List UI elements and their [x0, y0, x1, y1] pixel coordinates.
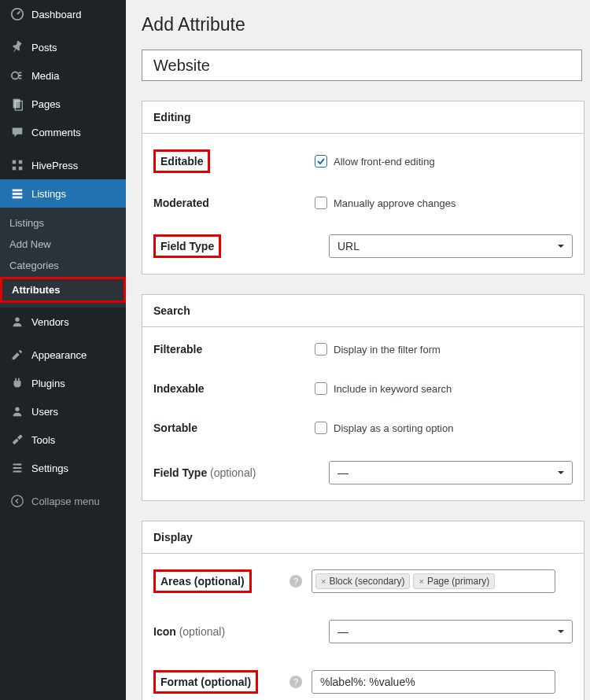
row-indexable: Indexable Include in keyword search: [142, 371, 584, 411]
pin-icon: [9, 39, 25, 55]
sidebar-label: Plugins: [31, 378, 65, 389]
sidebar-label: Users: [31, 406, 58, 418]
checkbox-label: Manually approve changes: [334, 197, 455, 209]
label-filterable: Filterable: [153, 343, 315, 356]
remove-icon[interactable]: ×: [321, 577, 326, 586]
appearance-icon: [9, 347, 25, 363]
checkbox-indexable[interactable]: [315, 382, 327, 395]
select-fieldtype[interactable]: URL: [329, 234, 573, 258]
row-areas: Areas (optional) ? ×Block (secondary) ×P…: [142, 554, 584, 609]
select-icon[interactable]: —: [329, 620, 573, 643]
tag-page[interactable]: ×Page (primary): [413, 573, 495, 589]
checkbox-label: Display as a sorting option: [334, 422, 453, 434]
users-icon: [9, 403, 25, 419]
svg-rect-10: [13, 197, 23, 199]
select-value: —: [337, 625, 348, 638]
row-icon: Icon (optional) —: [142, 609, 584, 659]
select-value: —: [337, 466, 348, 479]
svg-point-16: [12, 496, 23, 507]
areas-tags-input[interactable]: ×Block (secondary) ×Page (primary): [312, 569, 555, 593]
svg-rect-6: [13, 167, 17, 171]
svg-rect-7: [19, 167, 23, 171]
checkbox-moderated[interactable]: [315, 197, 327, 209]
row-search-fieldtype: Field Type (optional) —: [142, 450, 584, 500]
svg-point-13: [18, 463, 20, 466]
panel-display: Display Areas (optional) ? ×Block (secon…: [142, 521, 584, 700]
sidebar-label: Pages: [31, 98, 61, 110]
sidebar-label: Settings: [31, 462, 68, 474]
hivepress-icon: [9, 157, 25, 173]
sidebar-item-plugins[interactable]: Plugins: [0, 369, 126, 397]
dashboard-icon: [9, 6, 25, 22]
submenu-item-categories[interactable]: Categories: [0, 255, 126, 276]
sidebar-label: Vendors: [31, 316, 69, 328]
pages-icon: [9, 96, 25, 112]
format-input[interactable]: [312, 670, 555, 694]
sidebar-label: Media: [31, 70, 59, 82]
remove-icon[interactable]: ×: [419, 577, 423, 586]
sidebar-item-appearance[interactable]: Appearance: [0, 341, 126, 369]
sidebar-item-settings[interactable]: Settings: [0, 454, 126, 482]
checkbox-label: Display in the filter form: [334, 344, 441, 356]
admin-sidebar: Dashboard Posts Media Pages Comments Hiv…: [0, 0, 126, 700]
svg-rect-8: [13, 190, 23, 192]
sidebar-item-collapse[interactable]: Collapse menu: [0, 487, 126, 515]
row-format: Format (optional) ?: [142, 659, 584, 700]
label-icon: Icon (optional): [153, 625, 307, 638]
svg-point-1: [12, 72, 19, 79]
label-areas: Areas (optional): [153, 569, 252, 593]
checkbox-label: Allow front-end editing: [334, 156, 435, 168]
help-icon[interactable]: ?: [289, 676, 302, 688]
sidebar-item-vendors[interactable]: Vendors: [0, 308, 126, 336]
select-value: URL: [337, 240, 360, 252]
label-sortable: Sortable: [153, 422, 315, 434]
submenu-item-attributes[interactable]: Attributes: [2, 279, 124, 300]
sidebar-item-posts[interactable]: Posts: [0, 33, 126, 61]
sidebar-item-pages[interactable]: Pages: [0, 90, 126, 118]
sidebar-item-listings[interactable]: Listings: [0, 179, 126, 208]
select-search-fieldtype[interactable]: —: [329, 461, 573, 484]
sidebar-item-hivepress[interactable]: HivePress: [0, 151, 126, 179]
sidebar-label: Collapse menu: [31, 496, 100, 507]
panel-editing: Editing Editable Allow front-end editing…: [142, 101, 584, 274]
submenu-item-listings[interactable]: Listings: [0, 212, 126, 234]
label-format: Format (optional): [153, 670, 258, 694]
svg-rect-9: [13, 193, 23, 195]
help-icon[interactable]: ?: [289, 575, 302, 588]
sidebar-label: Listings: [31, 188, 66, 200]
checkbox-filterable[interactable]: [315, 343, 327, 356]
sidebar-item-users[interactable]: Users: [0, 397, 126, 426]
page-title: Add Attribute: [142, 14, 590, 35]
svg-point-11: [15, 318, 19, 322]
plugins-icon: [9, 375, 25, 391]
svg-rect-5: [19, 160, 23, 164]
checkbox-sortable[interactable]: [315, 422, 327, 434]
row-filterable: Filterable Display in the filter form: [142, 327, 584, 371]
sidebar-item-tools[interactable]: Tools: [0, 426, 126, 454]
collapse-icon: [9, 493, 25, 509]
label-fieldtype: Field Type: [153, 234, 221, 258]
vendors-icon: [9, 314, 25, 330]
row-sortable: Sortable Display as a sorting option: [142, 411, 584, 450]
row-fieldtype: Field Type URL: [142, 230, 584, 274]
sidebar-item-dashboard[interactable]: Dashboard: [0, 0, 126, 28]
sidebar-label: Dashboard: [31, 9, 82, 20]
submenu-item-addnew[interactable]: Add New: [0, 234, 126, 255]
row-editable: Editable Allow front-end editing: [142, 134, 584, 189]
checkbox-editable[interactable]: [315, 155, 327, 168]
sidebar-label: HivePress: [31, 160, 78, 171]
sidebar-item-comments[interactable]: Comments: [0, 118, 126, 146]
svg-rect-2: [13, 99, 20, 109]
attribute-title-input[interactable]: [142, 50, 582, 81]
sidebar-submenu: Listings Add New Categories Attributes: [0, 208, 126, 308]
sidebar-item-media[interactable]: Media: [0, 61, 126, 90]
label-indexable: Indexable: [153, 382, 315, 395]
main-content: Add Attribute Editing Editable Allow fro…: [126, 0, 590, 700]
panel-heading: Search: [142, 295, 584, 327]
sidebar-label: Appearance: [31, 349, 87, 361]
tag-block[interactable]: ×Block (secondary): [315, 573, 410, 589]
panel-heading: Editing: [142, 101, 584, 134]
label-moderated: Moderated: [153, 197, 315, 209]
sidebar-label: Posts: [31, 42, 57, 53]
listings-icon: [9, 186, 25, 201]
